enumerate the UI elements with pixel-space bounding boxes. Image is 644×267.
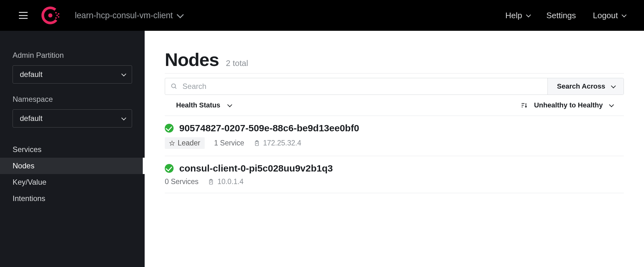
search-across-label: Search Across	[557, 82, 605, 90]
sort-label: Unhealthy to Healthy	[534, 101, 603, 109]
svg-point-1	[48, 13, 52, 17]
sidebar-item-label: Services	[13, 145, 42, 154]
sidebar-item-services[interactable]: Services	[0, 141, 145, 158]
chevron-down-icon	[177, 11, 184, 19]
logout-label: Logout	[593, 11, 618, 20]
svg-point-4	[55, 17, 57, 19]
namespace-label: Namespace	[13, 95, 132, 104]
chevron-down-icon	[121, 71, 126, 76]
node-meta: Leader 1 Service 172.25.32.4	[165, 137, 624, 149]
top-bar-right: Help Settings Logout	[505, 11, 625, 20]
clipboard-icon	[254, 140, 260, 147]
search-row: Search Across	[165, 78, 624, 95]
svg-point-6	[58, 16, 59, 18]
node-ip-value: 172.25.32.4	[263, 139, 302, 147]
sidebar-item-intentions[interactable]: Intentions	[0, 190, 145, 207]
sidebar: Admin Partition default Namespace defaul…	[0, 31, 145, 267]
settings-link[interactable]: Settings	[547, 11, 576, 20]
svg-marker-12	[170, 141, 175, 145]
sidebar-item-nodes[interactable]: Nodes	[0, 158, 145, 174]
search-input[interactable]	[182, 82, 542, 91]
search-box	[165, 78, 547, 95]
cluster-switcher[interactable]: learn-hcp-consul-vm-client	[75, 11, 182, 20]
sort-icon	[521, 102, 528, 109]
node-ip: 10.0.1.4	[208, 177, 243, 186]
admin-partition-value: default	[20, 70, 42, 79]
page-subtitle: 2 total	[226, 58, 248, 68]
filter-row: Health Status Unhealthy to Healthy	[165, 101, 624, 116]
chevron-down-icon	[611, 83, 616, 88]
node-ip: 172.25.32.4	[254, 139, 302, 147]
chevron-down-icon	[121, 115, 126, 120]
chevron-down-icon	[622, 12, 627, 17]
star-icon	[169, 140, 175, 146]
help-link[interactable]: Help	[505, 11, 529, 20]
clipboard-icon	[208, 178, 214, 185]
node-row[interactable]: consul-client-0-pi5c028uu9v2b1q3 0 Servi…	[165, 156, 624, 193]
admin-partition-section: Admin Partition default	[0, 51, 145, 84]
admin-partition-label: Admin Partition	[13, 51, 132, 60]
chevron-down-icon	[227, 102, 232, 107]
health-passing-icon	[165, 164, 174, 173]
node-services: 1 Service	[214, 139, 244, 147]
sidebar-nav: Services Nodes Key/Value Intentions	[0, 141, 145, 207]
top-bar: learn-hcp-consul-vm-client Help Settings…	[0, 0, 644, 31]
health-status-filter[interactable]: Health Status	[176, 101, 231, 109]
search-across-button[interactable]: Search Across	[547, 78, 624, 95]
settings-label: Settings	[547, 11, 576, 20]
cluster-name: learn-hcp-consul-vm-client	[75, 11, 173, 20]
chevron-down-icon	[526, 12, 531, 17]
svg-point-5	[58, 13, 59, 15]
svg-point-2	[55, 12, 57, 14]
sidebar-item-kv[interactable]: Key/Value	[0, 174, 145, 190]
sidebar-item-label: Nodes	[13, 161, 34, 170]
help-label: Help	[505, 11, 522, 20]
node-meta: 0 Services 10.0.1.4	[165, 177, 624, 186]
main-content: Nodes 2 total Search Across Health Statu…	[145, 31, 644, 267]
page-title: Nodes	[165, 49, 219, 70]
node-row[interactable]: 90574827-0207-509e-88c6-be9d13ee0bf0 Lea…	[165, 116, 624, 156]
sort-control[interactable]: Unhealthy to Healthy	[521, 101, 613, 109]
node-services: 0 Services	[165, 177, 198, 186]
namespace-section: Namespace default	[0, 95, 145, 128]
chevron-down-icon	[609, 102, 614, 107]
menu-icon[interactable]	[19, 12, 28, 19]
sidebar-item-label: Key/Value	[13, 178, 47, 187]
sidebar-item-label: Intentions	[13, 194, 45, 203]
health-passing-icon	[165, 124, 174, 133]
node-ip-value: 10.0.1.4	[217, 177, 243, 186]
svg-point-7	[172, 84, 175, 88]
search-icon	[171, 83, 177, 90]
node-header: consul-client-0-pi5c028uu9v2b1q3	[165, 163, 624, 174]
page-title-row: Nodes 2 total	[165, 49, 624, 74]
node-name: consul-client-0-pi5c028uu9v2b1q3	[179, 163, 333, 174]
logout-link[interactable]: Logout	[593, 11, 625, 20]
admin-partition-select[interactable]: default	[13, 65, 132, 84]
leader-badge-label: Leader	[178, 139, 200, 147]
consul-logo	[41, 6, 60, 25]
filter-label: Health Status	[176, 101, 220, 109]
node-name: 90574827-0207-509e-88c6-be9d13ee0bf0	[179, 123, 359, 134]
node-header: 90574827-0207-509e-88c6-be9d13ee0bf0	[165, 123, 624, 134]
namespace-select[interactable]: default	[13, 109, 132, 128]
namespace-value: default	[20, 114, 42, 123]
svg-point-3	[56, 15, 58, 16]
leader-badge: Leader	[165, 137, 205, 149]
svg-line-8	[175, 87, 176, 89]
